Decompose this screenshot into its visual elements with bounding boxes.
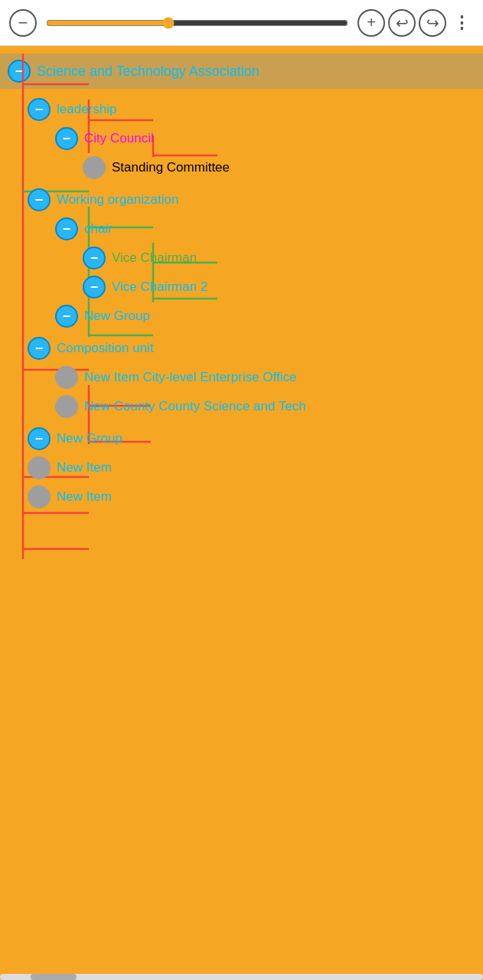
leaf-circle-standing-committee	[83, 156, 106, 179]
zoom-slider-container	[43, 17, 351, 29]
node-label-composition-unit: Composition unit	[57, 341, 154, 356]
leaf-circle-new-item-2	[28, 485, 51, 508]
collapse-btn-chair[interactable]: −	[55, 217, 78, 240]
root-label: Science and Technology Association	[37, 64, 259, 80]
minus-icon: −	[18, 13, 28, 33]
toolbar: − + ↩ ↪ ⋮	[0, 0, 483, 46]
node-label-leadership: leadership	[57, 102, 116, 117]
node-label-chair: chair	[84, 221, 113, 237]
node-row-new-item-1: New Item	[0, 453, 483, 482]
node-label-new-item-1: New Item	[57, 460, 112, 475]
leaf-circle-new-county	[55, 395, 78, 418]
leaf-circle-new-item-1	[28, 456, 51, 479]
node-row-new-county: New County County Science and Tech	[0, 392, 483, 421]
node-label-vice-chairman: Vice Chairman	[112, 250, 197, 266]
node-row-city-council: − City Council	[0, 124, 483, 153]
node-label-new-group-root: New Group	[57, 431, 122, 446]
leaf-circle-new-item-city	[55, 366, 78, 389]
toolbar-right: + ↩ ↪ ⋮	[357, 9, 474, 37]
node-row-new-group-working: − New Group	[0, 302, 483, 331]
node-label-new-county: New County County Science and Tech	[84, 399, 306, 414]
collapse-btn-leadership[interactable]: −	[28, 98, 51, 121]
node-row-composition-unit: − Composition unit	[0, 334, 483, 363]
horizontal-scrollbar[interactable]	[0, 974, 483, 980]
node-label-new-item-city: New Item City-level Enterprise Office	[84, 370, 296, 385]
node-row-new-item-2: New Item	[0, 482, 483, 511]
root-node-row: − Science and Technology Association	[0, 54, 483, 89]
zoom-in-button[interactable]: +	[357, 9, 385, 37]
plus-icon: +	[367, 14, 376, 31]
collapse-btn-vice-chairman[interactable]: −	[83, 247, 106, 270]
node-row-new-item-city: New Item City-level Enterprise Office	[0, 363, 483, 392]
node-label-new-item-2: New Item	[57, 489, 112, 505]
root-collapse-button[interactable]: −	[8, 60, 31, 83]
zoom-out-button[interactable]: −	[9, 9, 37, 37]
redo-icon: ↪	[426, 14, 439, 32]
node-row-chair: − chair	[0, 214, 483, 243]
undo-icon: ↩	[396, 14, 409, 32]
node-label-city-council: City Council	[84, 131, 154, 146]
node-row-vice-chairman-2: − Vice Chairman 2	[0, 273, 483, 302]
collapse-btn-working-org[interactable]: −	[28, 188, 51, 211]
node-label-vice-chairman-2: Vice Chairman 2	[112, 279, 207, 295]
more-icon: ⋮	[453, 13, 470, 33]
node-row-new-group-root: − New Group	[0, 424, 483, 453]
node-row-standing-committee: Standing Committee	[0, 153, 483, 182]
node-row-leadership: − leadership	[0, 95, 483, 124]
collapse-btn-new-group-root[interactable]: −	[28, 427, 51, 450]
redo-button[interactable]: ↪	[419, 9, 446, 37]
tree-area: − Science and Technology Association	[0, 46, 483, 542]
node-label-working-org: Working organization	[57, 192, 178, 207]
collapse-btn-new-group-working[interactable]: −	[55, 305, 78, 328]
zoom-slider[interactable]	[46, 17, 348, 29]
scrollbar-thumb[interactable]	[31, 974, 77, 980]
undo-button[interactable]: ↩	[388, 9, 416, 37]
collapse-btn-composition-unit[interactable]: −	[28, 337, 51, 360]
node-row-vice-chairman: − Vice Chairman	[0, 243, 483, 273]
collapse-btn-vice-chairman-2[interactable]: −	[83, 276, 106, 299]
node-row-working-org: − Working organization	[0, 185, 483, 214]
node-label-standing-committee: Standing Committee	[112, 160, 230, 175]
node-label-new-group-working: New Group	[84, 309, 150, 324]
collapse-btn-city-council[interactable]: −	[55, 127, 78, 150]
more-options-button[interactable]: ⋮	[449, 9, 474, 37]
